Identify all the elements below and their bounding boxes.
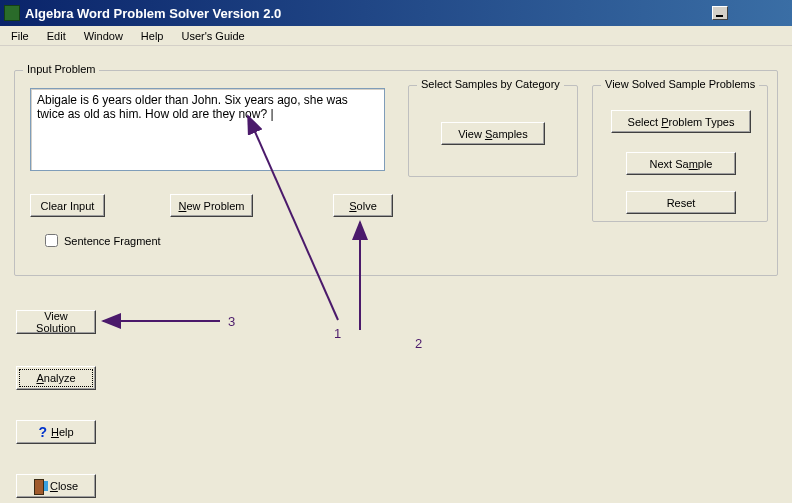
reset-label: Reset [667,197,696,209]
annotation-label-1: 1 [334,326,341,341]
problem-textarea[interactable] [30,88,385,171]
clear-input-label: Clear Input [41,200,95,212]
svg-rect-0 [716,15,723,17]
menu-file[interactable]: File [4,28,36,44]
solved-problems-group: View Solved Sample Problems Select Probl… [592,85,768,222]
close-label: Close [50,480,78,492]
samples-group: Select Samples by Category View Samples [408,85,578,177]
solved-problems-legend: View Solved Sample Problems [601,78,759,90]
clear-input-button[interactable]: Clear Input [30,194,105,217]
solve-label: Solve [349,200,377,212]
minimize-button[interactable] [712,6,728,20]
menu-help[interactable]: Help [134,28,171,44]
view-samples-label: View Samples [458,128,528,140]
question-mark-icon: ? [38,424,47,440]
sentence-fragment-checkbox[interactable] [45,234,58,247]
app-icon [4,5,20,21]
view-solution-button[interactable]: View Solution [16,310,96,334]
menu-bar: File Edit Window Help User's Guide [0,26,792,46]
annotation-label-3: 3 [228,314,235,329]
analyze-label: Analyze [36,372,75,384]
view-solution-label: View Solution [23,310,89,334]
select-problem-types-label: Select Problem Types [628,116,735,128]
select-problem-types-button[interactable]: Select Problem Types [611,110,751,133]
analyze-button[interactable]: Analyze [16,366,96,390]
door-exit-icon [34,479,46,493]
new-problem-button[interactable]: New Problem [170,194,253,217]
title-bar: Algebra Word Problem Solver Version 2.0 [0,0,792,26]
menu-edit[interactable]: Edit [40,28,73,44]
minimize-icon [715,8,725,18]
window-title: Algebra Word Problem Solver Version 2.0 [25,6,712,21]
annotation-label-2: 2 [415,336,422,351]
help-label: Help [51,426,74,438]
close-button[interactable]: Close [16,474,96,498]
menu-users-guide[interactable]: User's Guide [174,28,251,44]
next-sample-button[interactable]: Next Sample [626,152,736,175]
input-problem-legend: Input Problem [23,63,99,75]
help-button[interactable]: ? Help [16,420,96,444]
next-sample-label: Next Sample [650,158,713,170]
sentence-fragment-label: Sentence Fragment [64,235,161,247]
solve-button[interactable]: Solve [333,194,393,217]
sentence-fragment-row[interactable]: Sentence Fragment [45,234,161,247]
view-samples-button[interactable]: View Samples [441,122,545,145]
new-problem-label: New Problem [178,200,244,212]
samples-legend: Select Samples by Category [417,78,564,90]
reset-button[interactable]: Reset [626,191,736,214]
menu-window[interactable]: Window [77,28,130,44]
